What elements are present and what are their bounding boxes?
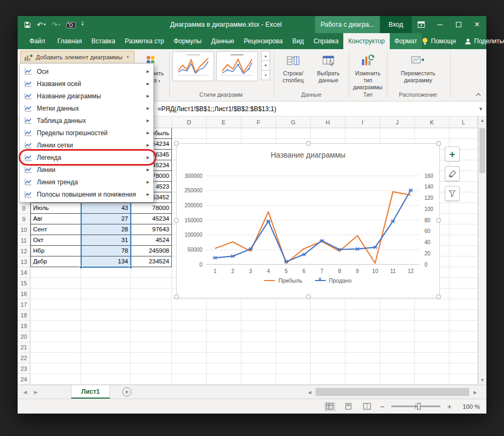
- view-page-break-button[interactable]: [361, 402, 373, 411]
- cell-B17[interactable]: [81, 299, 131, 310]
- cell-H24[interactable]: [311, 374, 345, 385]
- close-button[interactable]: ×: [468, 16, 486, 33]
- vertical-scrollbar[interactable]: ▲ ▼: [478, 116, 486, 385]
- cell-A24[interactable]: [30, 374, 81, 385]
- cell-B14[interactable]: [81, 267, 131, 278]
- tab-format[interactable]: Формат: [390, 33, 422, 49]
- minimize-button[interactable]: [430, 16, 449, 33]
- chart-container[interactable]: Название диаграммы 050000100000150000200…: [176, 143, 440, 298]
- tab-review[interactable]: Рецензирова: [239, 33, 288, 49]
- tab-home[interactable]: Главная: [53, 33, 87, 49]
- undo-button[interactable]: ↶▾: [37, 21, 45, 29]
- cell-K1[interactable]: [415, 128, 450, 139]
- cell-G23[interactable]: [276, 363, 311, 374]
- gallery-scroll-up-button[interactable]: ▲: [261, 51, 270, 61]
- cell-K19[interactable]: [415, 321, 450, 331]
- sheet-nav-left-button[interactable]: ◀: [20, 385, 30, 399]
- cell-D24[interactable]: [172, 374, 207, 385]
- cell-K17[interactable]: [415, 299, 450, 310]
- gallery-scroll-down-button[interactable]: ▼: [261, 60, 270, 71]
- cell-K24[interactable]: [415, 374, 450, 385]
- formula-input[interactable]: =РЯД(Лист1!$B$1;;Лист1!$B$2:$B$13;1): [158, 102, 276, 116]
- cell-F22[interactable]: [241, 353, 276, 363]
- menu-item-axes[interactable]: Оси▶: [20, 65, 153, 77]
- chart-handle[interactable]: [306, 294, 311, 299]
- cell-L13[interactable]: [450, 256, 478, 267]
- row-header-13[interactable]: 13: [18, 256, 30, 267]
- cell-E1[interactable]: [207, 128, 241, 139]
- v-scrollbar-thumb[interactable]: [479, 128, 485, 173]
- cell-J21[interactable]: [380, 342, 415, 353]
- tab-help[interactable]: Справка: [309, 33, 343, 49]
- cell-K18[interactable]: [415, 310, 450, 321]
- cell-B18[interactable]: [81, 310, 131, 321]
- column-header-D[interactable]: D: [172, 116, 207, 128]
- row-header-20[interactable]: 20: [18, 331, 30, 342]
- zoom-level[interactable]: 100 %: [459, 403, 480, 410]
- tab-data[interactable]: Данные: [206, 33, 239, 49]
- tab-view[interactable]: Вид: [287, 33, 309, 49]
- cell-I20[interactable]: [345, 331, 380, 342]
- scroll-up-button[interactable]: ▲: [478, 116, 486, 125]
- cell-I22[interactable]: [345, 353, 380, 363]
- cell-C9[interactable]: 45234: [131, 214, 172, 224]
- menu-item-axis-titles[interactable]: Названия осей▶: [20, 77, 153, 90]
- ribbon-display-options-button[interactable]: [412, 16, 430, 33]
- row-header-19[interactable]: 19: [18, 321, 30, 331]
- cell-F17[interactable]: [241, 299, 276, 310]
- cell-A21[interactable]: [30, 342, 81, 353]
- new-sheet-button[interactable]: +: [122, 387, 131, 396]
- tab-insert[interactable]: Вставка: [86, 33, 120, 49]
- chart-elements-button[interactable]: +: [445, 146, 460, 161]
- zoom-slider[interactable]: [391, 406, 440, 407]
- cell-C18[interactable]: [131, 310, 172, 321]
- cell-B13[interactable]: 134: [81, 256, 131, 267]
- cell-K20[interactable]: [415, 331, 450, 342]
- cell-F1[interactable]: [241, 128, 276, 139]
- cell-A13[interactable]: Дкбр: [30, 256, 81, 267]
- cell-D23[interactable]: [172, 363, 207, 374]
- cell-G20[interactable]: [276, 331, 311, 342]
- cell-H23[interactable]: [311, 363, 345, 374]
- row-header-10[interactable]: 10: [18, 224, 30, 235]
- cell-C23[interactable]: [131, 363, 172, 374]
- move-chart-button[interactable]: Переместить диаграмму: [391, 50, 445, 84]
- row-header-24[interactable]: 24: [18, 374, 30, 385]
- cell-E21[interactable]: [207, 342, 241, 353]
- chart-handle[interactable]: [174, 294, 179, 299]
- cell-G21[interactable]: [276, 342, 311, 353]
- column-header-L[interactable]: L: [450, 116, 478, 128]
- chart-handle[interactable]: [174, 218, 179, 223]
- row-header-12[interactable]: 12: [18, 246, 30, 256]
- cell-H20[interactable]: [311, 331, 345, 342]
- cell-J23[interactable]: [380, 363, 415, 374]
- cell-C14[interactable]: [131, 267, 172, 278]
- chart-style-thumbnail-1[interactable]: [172, 51, 214, 81]
- cell-H1[interactable]: [311, 128, 345, 139]
- cell-I21[interactable]: [345, 342, 380, 353]
- row-header-21[interactable]: 21: [18, 342, 30, 353]
- cell-H18[interactable]: [311, 310, 345, 321]
- screenshot-button[interactable]: [66, 21, 76, 28]
- menu-item-data-table[interactable]: Таблица данных▶: [20, 114, 153, 127]
- cell-I1[interactable]: [345, 128, 380, 139]
- menu-item-gridlines[interactable]: Линии сетки▶: [20, 139, 153, 151]
- cell-F19[interactable]: [241, 321, 276, 331]
- cell-L18[interactable]: [450, 310, 478, 321]
- cell-L15[interactable]: [450, 278, 478, 289]
- cell-A8[interactable]: Июль: [30, 203, 81, 214]
- zoom-out-button[interactable]: −: [380, 402, 384, 411]
- cell-A19[interactable]: [30, 321, 81, 331]
- cell-E19[interactable]: [207, 321, 241, 331]
- cell-L1[interactable]: [450, 128, 478, 139]
- cell-J17[interactable]: [380, 299, 415, 310]
- chart-handle[interactable]: [174, 141, 179, 146]
- cell-C22[interactable]: [131, 353, 172, 363]
- row-header-22[interactable]: 22: [18, 353, 30, 363]
- cell-A18[interactable]: [30, 310, 81, 321]
- cell-C10[interactable]: 97643: [131, 224, 172, 235]
- cell-L22[interactable]: [450, 353, 478, 363]
- tab-formulas[interactable]: Формулы: [169, 33, 206, 49]
- cell-F20[interactable]: [241, 331, 276, 342]
- row-header-16[interactable]: 16: [18, 289, 30, 299]
